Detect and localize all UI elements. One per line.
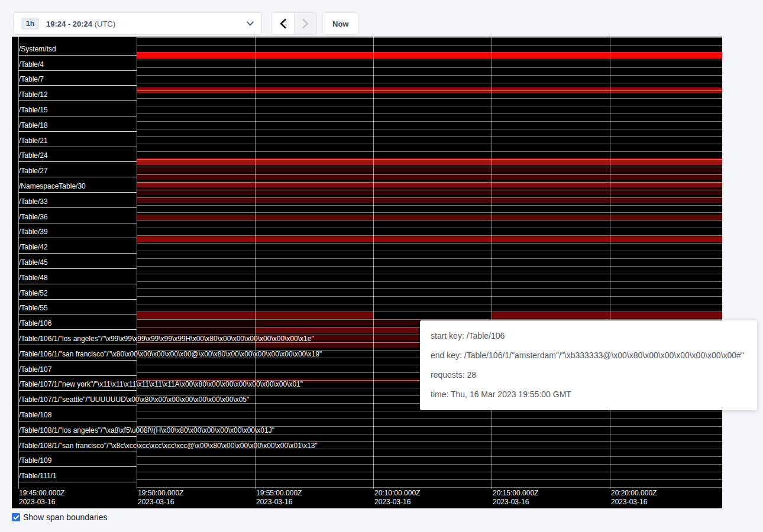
row-label: /Table/109	[18, 452, 137, 468]
time-grid-line	[610, 37, 610, 489]
x-axis-tick: 19:50:00.000Z2023-03-16	[138, 489, 183, 507]
span-boundary-line	[137, 220, 722, 220]
heat-band	[137, 52, 722, 59]
tick-time: 19:45:00.000Z	[19, 489, 64, 498]
span-boundary-line	[137, 274, 722, 274]
key-visualizer-canvas[interactable]: /System/tsd/Table/4/Table/7/Table/12/Tab…	[12, 37, 722, 508]
row-label-text: /Table/7	[18, 76, 44, 85]
span-boundary-line	[137, 288, 722, 289]
time-grid-line	[492, 37, 492, 489]
span-boundary-line	[137, 487, 722, 488]
range-timezone: (UTC)	[95, 20, 115, 28]
row-label: /Table/106/1/"san francisco"/"\x80\x00\x…	[18, 345, 137, 361]
show-span-boundaries-checkbox[interactable]	[12, 513, 20, 521]
row-label-text: /Table/108/1/"los angeles"/"\xa8\xf5\u00…	[18, 427, 274, 436]
span-boundary-line	[137, 419, 722, 419]
tooltip-end-key: end key: /Table/106/1/"amsterdam"/"\xb33…	[431, 349, 746, 362]
next-interval-button[interactable]	[294, 13, 316, 34]
row-label-text: /Table/4	[18, 61, 44, 70]
row-label-text: /Table/18	[18, 122, 48, 131]
span-boundary-line	[137, 60, 722, 60]
prev-interval-button[interactable]	[271, 13, 294, 34]
row-label: /Table/108/1/"san francisco"/"\x8c\xcc\x…	[18, 436, 137, 452]
row-label-text: /Table/107/1/"seattle"/"UUUUUUD\x00\x80\…	[18, 396, 249, 406]
tooltip-time: time: Thu, 16 Mar 2023 19:55:00 GMT	[431, 388, 746, 401]
row-label: /Table/4	[18, 55, 137, 71]
row-label-text: /Table/107/1/"new york"/"\x11\x11\x11\x1…	[18, 381, 303, 390]
span-boundary-line	[137, 411, 722, 411]
show-span-boundaries-control[interactable]: Show span boundaries	[12, 512, 107, 522]
x-axis-tick: 19:45:00.000Z2023-03-16	[19, 489, 64, 507]
span-boundary-line	[137, 98, 722, 99]
row-label-text: /Table/45	[18, 259, 48, 268]
row-label-text: /Table/108	[18, 411, 51, 421]
row-label: /Table/7	[18, 70, 137, 86]
row-label: /Table/108	[18, 406, 137, 421]
row-label: /Table/42	[18, 238, 137, 254]
heat-band	[137, 236, 722, 242]
span-boundary-line	[137, 53, 722, 53]
row-label-text: /Table/106	[18, 320, 51, 329]
row-label: /Table/39	[18, 223, 137, 239]
time-grid-line	[137, 37, 137, 489]
bucket-tooltip: start key: /Table/106 end key: /Table/10…	[420, 320, 757, 410]
span-boundary-line	[137, 129, 722, 129]
range-text: 19:24 - 20:24 (UTC)	[46, 20, 115, 28]
row-label: /Table/15	[18, 100, 137, 116]
row-label-text: /Table/27	[18, 167, 48, 177]
span-boundary-line	[137, 456, 722, 457]
span-boundary-line	[137, 281, 722, 282]
span-boundary-line	[137, 174, 722, 175]
row-label-text: /Table/24	[18, 152, 48, 161]
span-boundary-line	[137, 228, 722, 228]
row-label-text: /System/tsd	[18, 46, 56, 55]
chevron-down-icon	[247, 21, 254, 26]
row-label: /Table/107	[18, 360, 137, 376]
span-boundary-line	[137, 258, 722, 259]
span-boundary-line	[137, 45, 722, 46]
row-label: /Table/21	[18, 131, 137, 147]
row-label: /Table/107/1/"seattle"/"UUUUUUD\x00\x80\…	[18, 390, 137, 406]
range-times: 19:24 - 20:24	[46, 20, 92, 28]
row-label-text: /Table/21	[18, 137, 48, 147]
span-boundary-line	[137, 67, 722, 68]
row-label: /Table/55	[18, 299, 137, 315]
row-label-text: /Table/48	[18, 274, 48, 284]
row-label: /Table/12	[18, 85, 137, 101]
span-boundary-line	[137, 90, 722, 91]
span-boundary-line	[137, 479, 722, 480]
row-label: /NamespaceTable/30	[18, 177, 137, 193]
row-label: /Table/106/1/"los angeles"/"\x99\x99\x99…	[18, 329, 137, 345]
tick-date: 2023-03-16	[256, 498, 302, 507]
span-boundary-line	[137, 75, 722, 76]
row-label-text: /Table/15	[18, 106, 48, 116]
tick-date: 2023-03-16	[19, 498, 64, 507]
span-boundary-line	[137, 319, 722, 320]
tick-date: 2023-03-16	[138, 498, 183, 507]
tick-time: 20:15:00.000Z	[493, 489, 538, 498]
time-grid-line	[373, 37, 374, 489]
row-label-text: /NamespaceTable/30	[18, 183, 86, 192]
x-axis-tick: 20:15:00.000Z2023-03-16	[493, 489, 538, 507]
span-boundary-line	[137, 197, 722, 198]
row-label-text: /Table/36	[18, 213, 48, 223]
tick-date: 2023-03-16	[611, 498, 657, 507]
row-label-text: /Table/39	[18, 228, 48, 238]
span-boundary-line	[137, 235, 722, 236]
tick-time: 19:50:00.000Z	[138, 489, 183, 498]
span-boundary-line	[137, 190, 722, 190]
row-label: /Table/36	[18, 207, 137, 223]
check-icon	[13, 515, 20, 520]
time-nav-button-group	[271, 12, 317, 35]
time-range-dropdown[interactable]: 1h 19:24 - 20:24 (UTC)	[13, 12, 262, 35]
span-boundary-line	[137, 121, 722, 122]
span-boundary-line	[137, 312, 722, 312]
row-label-text: /Table/55	[18, 304, 48, 314]
chevron-right-icon	[302, 18, 309, 29]
span-boundary-line	[137, 243, 722, 244]
row-label-text: /Table/108/1/"san francisco"/"\x8c\xcc\x…	[18, 442, 318, 452]
x-axis-tick: 19:55:00.000Z2023-03-16	[256, 489, 302, 507]
heat-band	[492, 312, 722, 319]
row-label: /System/tsd	[18, 40, 137, 56]
now-button[interactable]: Now	[322, 12, 358, 35]
